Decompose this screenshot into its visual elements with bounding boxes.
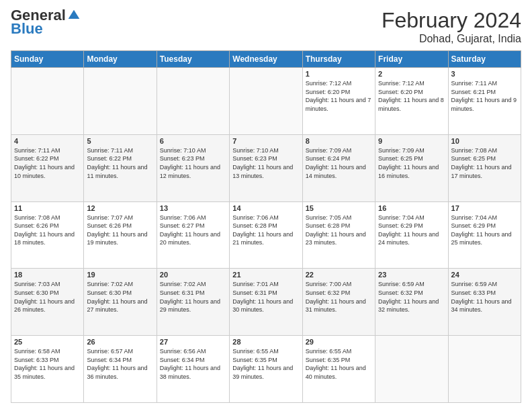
day-info: Sunrise: 6:55 AMSunset: 6:35 PMDaylight:… bbox=[306, 347, 372, 381]
day-number: 1 bbox=[306, 70, 372, 78]
table-row: 27Sunrise: 6:56 AMSunset: 6:34 PMDayligh… bbox=[157, 336, 229, 403]
table-row bbox=[157, 68, 229, 135]
day-info: Sunrise: 7:08 AMSunset: 6:25 PMDaylight:… bbox=[451, 146, 518, 180]
day-number: 4 bbox=[14, 137, 81, 145]
table-row: 4Sunrise: 7:11 AMSunset: 6:22 PMDaylight… bbox=[11, 134, 84, 201]
day-number: 16 bbox=[378, 204, 445, 212]
table-row: 9Sunrise: 7:09 AMSunset: 6:25 PMDaylight… bbox=[375, 134, 448, 201]
day-info: Sunrise: 7:06 AMSunset: 6:27 PMDaylight:… bbox=[160, 214, 226, 247]
table-row: 15Sunrise: 7:05 AMSunset: 6:28 PMDayligh… bbox=[302, 201, 375, 269]
table-row: 3Sunrise: 7:11 AMSunset: 6:21 PMDaylight… bbox=[448, 68, 521, 135]
table-row: 25Sunrise: 6:58 AMSunset: 6:33 PMDayligh… bbox=[11, 336, 84, 403]
day-info: Sunrise: 7:11 AMSunset: 6:22 PMDaylight:… bbox=[14, 146, 81, 180]
day-number: 5 bbox=[87, 137, 153, 145]
day-info: Sunrise: 7:09 AMSunset: 6:24 PMDaylight:… bbox=[306, 146, 372, 180]
day-number: 14 bbox=[232, 204, 299, 212]
table-row bbox=[448, 336, 521, 403]
table-row: 12Sunrise: 7:07 AMSunset: 6:26 PMDayligh… bbox=[84, 201, 157, 269]
day-info: Sunrise: 6:59 AMSunset: 6:32 PMDaylight:… bbox=[378, 280, 445, 314]
day-number: 18 bbox=[14, 271, 81, 279]
calendar-week-row: 11Sunrise: 7:08 AMSunset: 6:26 PMDayligh… bbox=[11, 201, 521, 269]
day-info: Sunrise: 7:01 AMSunset: 6:31 PMDaylight:… bbox=[232, 280, 299, 314]
day-number: 21 bbox=[232, 271, 299, 279]
day-number: 29 bbox=[306, 338, 372, 346]
col-sunday: Sunday bbox=[11, 51, 84, 68]
day-info: Sunrise: 7:12 AMSunset: 6:20 PMDaylight:… bbox=[378, 79, 445, 113]
day-info: Sunrise: 7:11 AMSunset: 6:22 PMDaylight:… bbox=[87, 146, 153, 180]
day-info: Sunrise: 7:04 AMSunset: 6:29 PMDaylight:… bbox=[378, 214, 445, 247]
day-info: Sunrise: 7:07 AMSunset: 6:26 PMDaylight:… bbox=[87, 214, 153, 247]
day-info: Sunrise: 6:59 AMSunset: 6:33 PMDaylight:… bbox=[451, 280, 518, 314]
table-row: 26Sunrise: 6:57 AMSunset: 6:34 PMDayligh… bbox=[84, 336, 157, 403]
day-number: 25 bbox=[14, 338, 81, 346]
month-title: February 2024 bbox=[382, 8, 521, 33]
day-info: Sunrise: 7:02 AMSunset: 6:30 PMDaylight:… bbox=[87, 280, 153, 314]
day-info: Sunrise: 6:57 AMSunset: 6:34 PMDaylight:… bbox=[87, 347, 153, 381]
calendar-table: Sunday Monday Tuesday Wednesday Thursday… bbox=[11, 50, 521, 403]
header: General Blue February 2024 Dohad, Gujara… bbox=[11, 8, 521, 45]
day-info: Sunrise: 6:55 AMSunset: 6:35 PMDaylight:… bbox=[232, 347, 299, 381]
day-number: 6 bbox=[160, 137, 226, 145]
col-saturday: Saturday bbox=[448, 51, 521, 68]
day-info: Sunrise: 7:00 AMSunset: 6:32 PMDaylight:… bbox=[306, 280, 372, 314]
day-number: 12 bbox=[87, 204, 153, 212]
day-info: Sunrise: 7:03 AMSunset: 6:30 PMDaylight:… bbox=[14, 280, 81, 314]
col-monday: Monday bbox=[84, 51, 157, 68]
table-row bbox=[11, 68, 84, 135]
day-info: Sunrise: 7:08 AMSunset: 6:26 PMDaylight:… bbox=[14, 214, 81, 247]
table-row: 13Sunrise: 7:06 AMSunset: 6:27 PMDayligh… bbox=[157, 201, 229, 269]
table-row: 18Sunrise: 7:03 AMSunset: 6:30 PMDayligh… bbox=[11, 269, 84, 336]
day-number: 26 bbox=[87, 338, 153, 346]
day-number: 19 bbox=[87, 271, 153, 279]
day-number: 15 bbox=[306, 204, 372, 212]
calendar-week-row: 18Sunrise: 7:03 AMSunset: 6:30 PMDayligh… bbox=[11, 269, 521, 336]
table-row: 16Sunrise: 7:04 AMSunset: 6:29 PMDayligh… bbox=[375, 201, 448, 269]
calendar-header: Sunday Monday Tuesday Wednesday Thursday… bbox=[11, 51, 521, 68]
table-row: 28Sunrise: 6:55 AMSunset: 6:35 PMDayligh… bbox=[230, 336, 302, 403]
svg-marker-0 bbox=[69, 10, 80, 19]
day-number: 8 bbox=[306, 137, 372, 145]
table-row bbox=[375, 336, 448, 403]
table-row: 6Sunrise: 7:10 AMSunset: 6:23 PMDaylight… bbox=[157, 134, 229, 201]
day-number: 23 bbox=[378, 271, 445, 279]
day-info: Sunrise: 7:11 AMSunset: 6:21 PMDaylight:… bbox=[451, 79, 518, 113]
table-row bbox=[84, 68, 157, 135]
table-row: 14Sunrise: 7:06 AMSunset: 6:28 PMDayligh… bbox=[230, 201, 302, 269]
day-info: Sunrise: 7:10 AMSunset: 6:23 PMDaylight:… bbox=[160, 146, 226, 180]
logo: General Blue bbox=[11, 8, 81, 36]
table-row: 10Sunrise: 7:08 AMSunset: 6:25 PMDayligh… bbox=[448, 134, 521, 201]
col-wednesday: Wednesday bbox=[230, 51, 302, 68]
day-info: Sunrise: 7:06 AMSunset: 6:28 PMDaylight:… bbox=[232, 214, 299, 247]
day-number: 9 bbox=[378, 137, 445, 145]
day-number: 20 bbox=[160, 271, 226, 279]
day-info: Sunrise: 6:58 AMSunset: 6:33 PMDaylight:… bbox=[14, 347, 81, 381]
table-row: 22Sunrise: 7:00 AMSunset: 6:32 PMDayligh… bbox=[302, 269, 375, 336]
calendar-week-row: 1Sunrise: 7:12 AMSunset: 6:20 PMDaylight… bbox=[11, 68, 521, 135]
table-row bbox=[230, 68, 302, 135]
calendar-body: 1Sunrise: 7:12 AMSunset: 6:20 PMDaylight… bbox=[11, 68, 521, 403]
col-friday: Friday bbox=[375, 51, 448, 68]
day-number: 3 bbox=[451, 70, 518, 78]
day-number: 13 bbox=[160, 204, 226, 212]
day-info: Sunrise: 7:02 AMSunset: 6:31 PMDaylight:… bbox=[160, 280, 226, 314]
table-row: 20Sunrise: 7:02 AMSunset: 6:31 PMDayligh… bbox=[157, 269, 229, 336]
header-row: Sunday Monday Tuesday Wednesday Thursday… bbox=[11, 51, 521, 68]
day-info: Sunrise: 7:12 AMSunset: 6:20 PMDaylight:… bbox=[306, 79, 372, 113]
day-info: Sunrise: 7:10 AMSunset: 6:23 PMDaylight:… bbox=[232, 146, 299, 180]
day-number: 11 bbox=[14, 204, 81, 212]
day-info: Sunrise: 6:56 AMSunset: 6:34 PMDaylight:… bbox=[160, 347, 226, 381]
calendar-week-row: 25Sunrise: 6:58 AMSunset: 6:33 PMDayligh… bbox=[11, 336, 521, 403]
day-info: Sunrise: 7:04 AMSunset: 6:29 PMDaylight:… bbox=[451, 214, 518, 247]
table-row: 29Sunrise: 6:55 AMSunset: 6:35 PMDayligh… bbox=[302, 336, 375, 403]
table-row: 19Sunrise: 7:02 AMSunset: 6:30 PMDayligh… bbox=[84, 269, 157, 336]
day-number: 28 bbox=[232, 338, 299, 346]
location: Dohad, Gujarat, India bbox=[382, 33, 521, 45]
day-info: Sunrise: 7:05 AMSunset: 6:28 PMDaylight:… bbox=[306, 214, 372, 247]
page: General Blue February 2024 Dohad, Gujara… bbox=[0, 0, 532, 411]
table-row: 7Sunrise: 7:10 AMSunset: 6:23 PMDaylight… bbox=[230, 134, 302, 201]
table-row: 23Sunrise: 6:59 AMSunset: 6:32 PMDayligh… bbox=[375, 269, 448, 336]
day-info: Sunrise: 7:09 AMSunset: 6:25 PMDaylight:… bbox=[378, 146, 445, 180]
day-number: 7 bbox=[232, 137, 299, 145]
logo-blue-text: Blue bbox=[11, 21, 43, 36]
day-number: 27 bbox=[160, 338, 226, 346]
